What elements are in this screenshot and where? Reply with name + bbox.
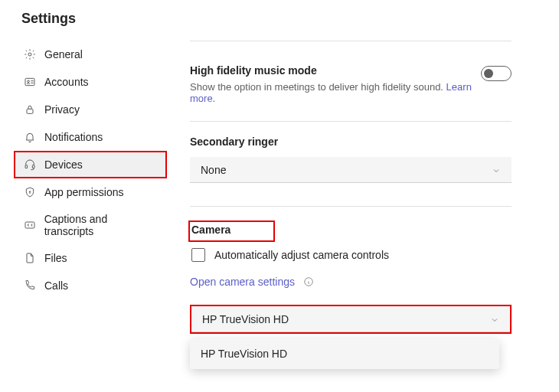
svg-rect-1: [25, 78, 34, 85]
camera-title: Camera: [191, 224, 230, 236]
sidebar-item-calls[interactable]: Calls: [14, 272, 167, 299]
sidebar-item-label: Captions and transcripts: [44, 213, 158, 237]
svg-rect-7: [25, 222, 34, 228]
secondary-ringer-select[interactable]: None: [190, 157, 512, 183]
svg-rect-4: [25, 165, 28, 168]
svg-rect-3: [27, 109, 33, 113]
camera-select-highlight: HP TrueVision HD: [190, 305, 512, 334]
sidebar-item-app-permissions[interactable]: App permissions: [14, 178, 167, 206]
secondary-ringer-section: Secondary ringer None: [190, 122, 512, 206]
camera-section: Camera Automatically adjust camera contr…: [190, 207, 512, 369]
chevron-down-icon: [490, 315, 499, 324]
phone-icon: [23, 279, 37, 292]
music-mode-toggle[interactable]: [481, 66, 512, 81]
sidebar-item-label: Devices: [44, 158, 83, 171]
settings-sidebar: General Accounts Privacy Notifications: [0, 41, 172, 392]
shield-icon: [23, 185, 37, 199]
chevron-down-icon: [492, 165, 501, 175]
sidebar-item-files[interactable]: Files: [14, 244, 167, 272]
camera-select-value: HP TrueVision HD: [202, 313, 289, 325]
svg-point-0: [28, 53, 31, 56]
music-mode-title: High fidelity music mode: [190, 64, 481, 77]
sidebar-item-devices[interactable]: Devices: [14, 151, 167, 178]
svg-rect-5: [32, 165, 34, 168]
sidebar-item-label: Files: [44, 252, 67, 264]
sidebar-item-general[interactable]: General: [14, 41, 167, 68]
sidebar-item-label: Calls: [44, 279, 68, 292]
sidebar-item-label: Privacy: [44, 103, 80, 116]
settings-main: High fidelity music mode Show the option…: [172, 41, 559, 392]
auto-adjust-checkbox[interactable]: [191, 248, 205, 262]
auto-adjust-row: Automatically adjust camera controls: [190, 248, 512, 262]
sidebar-item-label: App permissions: [44, 186, 124, 198]
open-camera-settings-link[interactable]: Open camera settings: [190, 276, 295, 288]
sidebar-item-label: General: [44, 48, 83, 60]
music-mode-section: High fidelity music mode Show the option…: [190, 41, 512, 121]
svg-point-2: [28, 80, 30, 83]
id-card-icon: [23, 75, 37, 89]
sidebar-item-privacy[interactable]: Privacy: [14, 96, 167, 123]
music-mode-desc-text: Show the option in meetings to deliver h…: [190, 81, 443, 93]
sidebar-item-accounts[interactable]: Accounts: [14, 68, 167, 96]
svg-point-6: [29, 191, 30, 192]
sidebar-item-label: Notifications: [44, 131, 103, 143]
secondary-ringer-value: None: [201, 164, 226, 176]
camera-select[interactable]: HP TrueVision HD: [191, 306, 510, 332]
page-title: Settings: [0, 0, 559, 41]
sidebar-item-label: Accounts: [44, 76, 89, 88]
camera-dropdown: HP TrueVision HD: [190, 338, 499, 369]
auto-adjust-label: Automatically adjust camera controls: [214, 249, 389, 261]
secondary-ringer-title: Secondary ringer: [190, 136, 512, 148]
cc-icon: [23, 218, 37, 232]
music-mode-desc: Show the option in meetings to deliver h…: [190, 81, 481, 104]
camera-title-highlight: Camera: [188, 220, 275, 242]
info-icon: [302, 276, 315, 288]
camera-option[interactable]: HP TrueVision HD: [190, 338, 499, 369]
sidebar-item-notifications[interactable]: Notifications: [14, 123, 167, 151]
file-icon: [23, 251, 37, 265]
sidebar-item-captions[interactable]: Captions and transcripts: [14, 206, 167, 244]
lock-icon: [23, 103, 37, 116]
bell-icon: [23, 130, 37, 144]
gear-icon: [23, 47, 37, 61]
headset-icon: [23, 158, 37, 172]
